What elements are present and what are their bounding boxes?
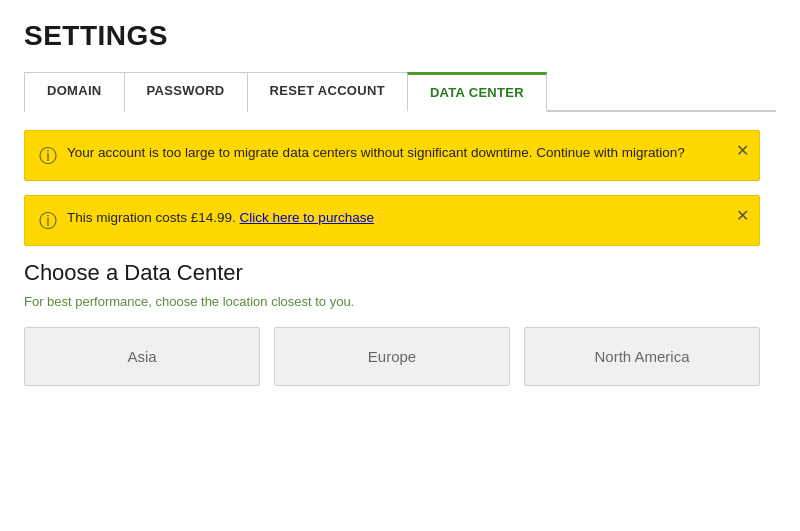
region-north-america[interactable]: North America: [524, 327, 760, 386]
alert-cost-text: This migration costs £14.99. Click here …: [67, 208, 374, 228]
region-buttons: Asia Europe North America: [24, 327, 760, 386]
purchase-link[interactable]: Click here to purchase: [240, 210, 374, 225]
tab-reset-account[interactable]: RESET ACCOUNT: [247, 72, 407, 112]
alert-migration-warning: ⓘ Your account is too large to migrate d…: [24, 130, 760, 181]
tab-password[interactable]: PASSWORD: [124, 72, 247, 112]
page-title: SETTINGS: [24, 20, 776, 52]
info-icon-2: ⓘ: [39, 209, 57, 233]
tab-domain[interactable]: DOMAIN: [24, 72, 124, 112]
section-subtitle: For best performance, choose the locatio…: [24, 294, 760, 309]
page-container: SETTINGS DOMAIN PASSWORD RESET ACCOUNT D…: [0, 0, 800, 531]
region-europe[interactable]: Europe: [274, 327, 510, 386]
content-area: ⓘ Your account is too large to migrate d…: [24, 112, 776, 513]
info-icon: ⓘ: [39, 144, 57, 168]
alert-migration-cost: ⓘ This migration costs £14.99. Click her…: [24, 195, 760, 246]
main-content: ⓘ Your account is too large to migrate d…: [24, 112, 776, 513]
alert-close-1[interactable]: ✕: [736, 141, 749, 160]
tabs-bar: DOMAIN PASSWORD RESET ACCOUNT DATA CENTE…: [24, 70, 776, 112]
alert-cost-prefix: This migration costs £14.99.: [67, 210, 240, 225]
alert-close-2[interactable]: ✕: [736, 206, 749, 225]
section-title: Choose a Data Center: [24, 260, 760, 286]
region-asia[interactable]: Asia: [24, 327, 260, 386]
tab-data-center[interactable]: DATA CENTER: [407, 72, 547, 112]
alert-migration-text: Your account is too large to migrate dat…: [67, 143, 685, 163]
